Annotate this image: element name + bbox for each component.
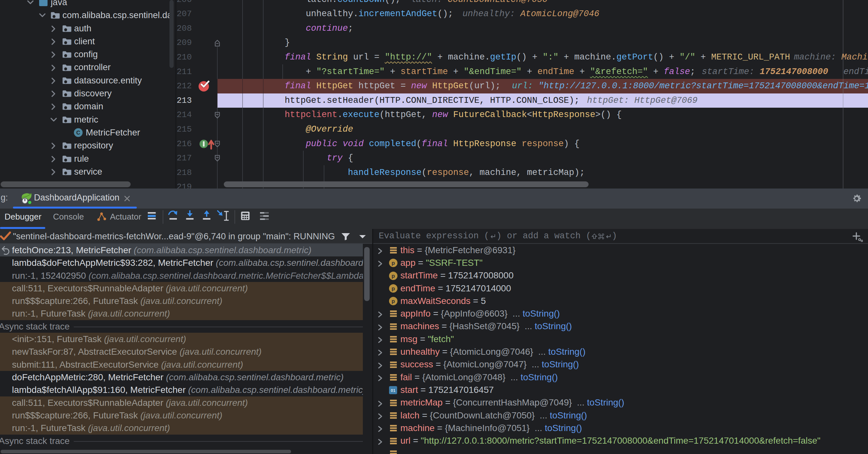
svg-text:p: p <box>392 286 395 292</box>
svg-text:p: p <box>392 273 395 279</box>
svg-text:01: 01 <box>391 388 395 393</box>
svg-text:p: p <box>392 298 395 304</box>
svg-text:C: C <box>76 130 80 136</box>
svg-text:p: p <box>392 260 395 266</box>
